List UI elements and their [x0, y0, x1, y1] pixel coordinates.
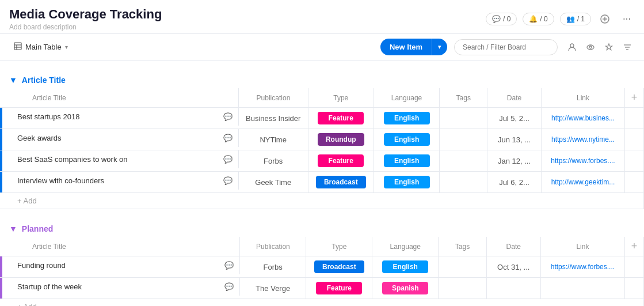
cell-type[interactable]: Broadcast: [306, 256, 372, 278]
top-bar-right: 💬 / 0 🔔 / 0 👥 / 1 ⋯: [486, 11, 635, 27]
planned-col-header-language: Language: [372, 237, 439, 256]
type-badge[interactable]: Broadcast: [314, 260, 364, 273]
type-badge[interactable]: Broadcast: [316, 176, 366, 188]
cell-type[interactable]: Feature: [308, 108, 374, 129]
cell-tags: [440, 150, 487, 172]
cell-type[interactable]: Feature: [308, 150, 374, 172]
type-badge[interactable]: Feature: [316, 282, 362, 294]
planned-col-add-column[interactable]: +: [625, 237, 644, 256]
more-icon: ⋯: [623, 14, 631, 24]
col-add-column[interactable]: +: [625, 88, 644, 108]
cell-link[interactable]: http://www.busines...: [541, 108, 624, 129]
planned-col-header-link: Link: [540, 237, 624, 256]
add-row-label[interactable]: + Add: [12, 193, 644, 209]
language-badge[interactable]: Spanish: [382, 282, 428, 294]
chat-icon[interactable]: 💬: [224, 261, 234, 270]
cell-link[interactable]: http://www.geektim...: [541, 172, 624, 193]
cell-language[interactable]: English: [374, 150, 439, 172]
cell-tags: [439, 278, 487, 299]
row-title: Best SaaS companies to work on: [17, 155, 128, 164]
svg-point-7: [570, 44, 574, 47]
person-icon[interactable]: [565, 40, 580, 55]
svg-rect-3: [14, 43, 21, 50]
planned-group-title[interactable]: Planned: [22, 224, 53, 233]
cell-language[interactable]: English: [374, 129, 439, 150]
chat-icon[interactable]: 💬: [223, 155, 233, 164]
chat-icon[interactable]: 💬: [223, 134, 233, 142]
invite-button[interactable]: [597, 11, 613, 27]
planned-group-chevron[interactable]: ▼: [9, 224, 17, 233]
chat-icon[interactable]: 💬: [224, 282, 234, 291]
col-header-tags: Tags: [440, 88, 487, 108]
language-badge[interactable]: English: [382, 260, 428, 273]
main-group-chevron[interactable]: ▼: [9, 75, 17, 85]
planned-col-header-publication: Publication: [240, 237, 306, 256]
add-row[interactable]: + Add: [0, 193, 644, 209]
main-table-button[interactable]: Main Table ▾: [9, 40, 73, 54]
table-row: Interview with co-founders 💬 Geek Time B…: [0, 172, 644, 193]
comment-icon: 💬: [492, 15, 501, 23]
type-badge[interactable]: Roundup: [318, 133, 364, 146]
table-row: Funding round 💬 Forbs Broadcast English …: [0, 256, 644, 278]
row-title: Startup of the week: [17, 282, 82, 291]
cell-type[interactable]: Roundup: [308, 129, 374, 150]
col-header-publication: Publication: [239, 88, 308, 108]
cell-title: Interview with co-founders 💬: [12, 172, 239, 190]
cell-language[interactable]: English: [374, 108, 439, 129]
planned-col-header-title: Article Title: [12, 237, 240, 256]
more-options-button[interactable]: ⋯: [619, 11, 635, 27]
cell-language[interactable]: Spanish: [372, 278, 439, 299]
search-input[interactable]: [454, 39, 558, 55]
comment-badge[interactable]: 💬 / 0: [486, 13, 517, 25]
svg-point-9: [589, 46, 592, 48]
cell-tags: [440, 108, 487, 129]
type-badge[interactable]: Feature: [318, 154, 364, 167]
pin-icon[interactable]: [601, 40, 616, 55]
bell-badge[interactable]: 🔔 / 0: [523, 13, 554, 25]
toolbar: Main Table ▾ New Item ▾: [0, 34, 644, 61]
members-badge[interactable]: 👥 / 1: [560, 13, 591, 25]
cell-link[interactable]: [540, 278, 624, 299]
main-group: ▼ Article Title Article Title Publicatio…: [0, 72, 644, 209]
planned-col-header-tags: Tags: [439, 237, 487, 256]
cell-link[interactable]: https://www.forbes....: [540, 256, 624, 278]
col-header-language: Language: [374, 88, 439, 108]
col-header-type: Type: [308, 88, 374, 108]
cell-type[interactable]: Feature: [306, 278, 372, 299]
chat-icon[interactable]: 💬: [223, 112, 233, 121]
cell-title: Best SaaS companies to work on 💬: [12, 150, 239, 168]
cell-date: Jul 6, 2...: [487, 172, 541, 193]
board-description[interactable]: Add board description: [9, 23, 162, 31]
language-badge[interactable]: English: [384, 133, 430, 146]
col-header-title: Article Title: [12, 88, 239, 108]
cell-link[interactable]: https://www.forbes....: [541, 150, 624, 172]
table-row: Geek awards 💬 NYTime Roundup English Jun…: [0, 129, 644, 150]
chat-icon[interactable]: 💬: [223, 176, 233, 185]
cell-link[interactable]: https://www.nytime...: [541, 129, 624, 150]
svg-point-8: [587, 45, 594, 50]
add-row[interactable]: + Add: [0, 299, 644, 307]
main-table-wrapper: Article Title Publication Type Language …: [0, 88, 644, 209]
planned-table-wrapper: Article Title Publication Type Language …: [0, 237, 644, 306]
cell-type[interactable]: Broadcast: [308, 172, 374, 193]
new-item-button[interactable]: New Item: [380, 39, 432, 55]
language-badge[interactable]: English: [384, 176, 430, 188]
cell-date: Jun 13, ...: [487, 129, 541, 150]
cell-title: Best startups 2018 💬: [12, 108, 239, 126]
cell-language[interactable]: English: [372, 256, 439, 278]
cell-tags: [439, 256, 487, 278]
eye-icon[interactable]: [583, 40, 598, 55]
language-badge[interactable]: English: [384, 154, 430, 167]
filter-icon[interactable]: [620, 40, 635, 55]
top-bar-left: Media Coverage Tracking Add board descri…: [9, 7, 162, 31]
planned-group: ▼ Planned Article Title Publication Type…: [0, 221, 644, 306]
cell-language[interactable]: English: [374, 172, 439, 193]
type-badge[interactable]: Feature: [318, 112, 364, 124]
new-item-dropdown-button[interactable]: ▾: [432, 39, 447, 55]
members-icon: 👥: [566, 15, 575, 23]
main-group-title[interactable]: Article Title: [22, 75, 66, 85]
add-row-label[interactable]: + Add: [12, 299, 644, 307]
language-badge[interactable]: English: [384, 112, 430, 124]
cell-plus: [625, 172, 644, 193]
row-title: Interview with co-founders: [17, 176, 104, 185]
